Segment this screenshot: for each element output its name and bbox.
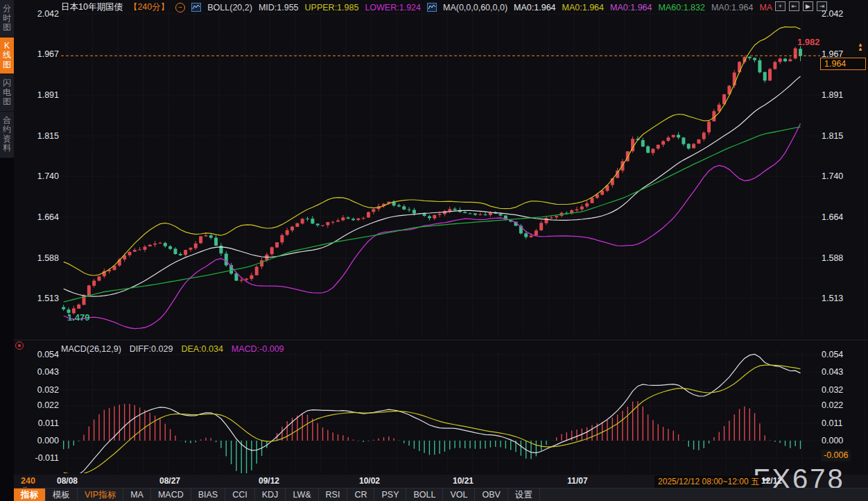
kline-trading-app: 日本10年期国债【240分】−BOLL(20,2)MID:1.955UPPER:… — [0, 0, 868, 501]
ma5-value: MA0:1.964 — [711, 3, 753, 12]
axis-tick-label: 0.000 — [21, 435, 59, 446]
boll-lower-value: LOWER:1.924 — [365, 3, 421, 12]
session-high-label: 1.982 — [797, 37, 820, 47]
sidebar-tab-kline-chart[interactable]: K线图 — [0, 37, 14, 75]
x-axis-date-label: 10/02 — [349, 476, 390, 486]
toolbar-item-boll[interactable]: BOLL — [406, 489, 443, 501]
ma2-value: MA0:1.964 — [562, 3, 604, 12]
axis-tick-label: 0.054 — [21, 349, 59, 360]
axis-tick-label: 1.588 — [21, 253, 59, 264]
axis-tick-label: 0.022 — [21, 400, 59, 411]
axis-tick-label: 0.043 — [822, 366, 865, 377]
toolbar-item-kdj[interactable]: KDJ — [255, 489, 286, 501]
macd-diff-value: DIFF:0.029 — [130, 344, 173, 354]
chart-window-icons: +⇤▶⇥ — [775, 1, 827, 11]
scale-left-icon[interactable]: ⇤ — [789, 1, 799, 11]
axis-tick-label: 0.032 — [822, 384, 865, 396]
indicator-target-icon[interactable] — [15, 341, 24, 350]
x-axis-date-label: 10/21 — [442, 476, 484, 486]
axis-tick-label: 2.042 — [21, 8, 59, 19]
sidebar-tab-list: 分时图K线图闪电图合约资料 — [0, 0, 14, 158]
axis-tick-label: 1.815 — [822, 130, 865, 142]
sidebar-tab-time-chart[interactable]: 分时图 — [0, 0, 14, 37]
axis-tick-label: 1.664 — [822, 212, 865, 223]
x-axis-date-label: 08/27 — [149, 476, 191, 486]
toolbar-item-template[interactable]: 模板 — [46, 489, 78, 501]
axis-tick-label: 1.815 — [21, 130, 59, 142]
toolbar-item-indicator[interactable]: 指标 — [14, 489, 46, 501]
axis-tick-label: 1.664 — [21, 212, 59, 223]
macd-current-value-tag: -0.006 — [821, 450, 851, 461]
ma60-value: MA60:1.832 — [659, 3, 705, 12]
axis-tick-label: 0.022 — [822, 400, 865, 411]
macd-params-label: MACD(26,12,9) — [61, 344, 121, 354]
session-low-label: 1.479 — [67, 312, 90, 323]
toolbar-item-obv[interactable]: OBV — [475, 489, 507, 501]
toolbar-item-ma[interactable]: MA — [123, 489, 151, 501]
macd-dea-value: DEA:0.034 — [181, 344, 223, 354]
ma3-value: MA0:1.964 — [610, 3, 652, 12]
axis-tick-label: 0.032 — [21, 384, 59, 396]
ma-label: MA(0,0,0,60,0,0) — [443, 3, 507, 12]
axis-tick-label: 0.054 — [822, 349, 865, 360]
toolbar-item-settings[interactable]: 设置 — [508, 489, 540, 501]
x-axis-date-label: 11/07 — [557, 476, 598, 486]
axis-tick-label: -0.011 — [21, 452, 59, 464]
session-range-label: 2025/12/12 08:00~12:00 五 — [654, 475, 763, 488]
collapse-icon[interactable]: − — [175, 3, 185, 12]
axis-tick-label: 0.011 — [822, 418, 865, 429]
crosshair-tool-icon[interactable]: + — [775, 1, 785, 11]
left-sidebar: 分时图K线图闪电图合约资料 — [0, 0, 14, 501]
latest-price-arrow-icon[interactable]: ▲▲ — [858, 43, 863, 51]
axis-tick-label: 1.513 — [822, 293, 865, 304]
axis-tick-label: 1.740 — [822, 171, 865, 182]
toolbar-item-lwr[interactable]: LW& — [286, 489, 318, 501]
toolbar-item-vip-indicator[interactable]: VIP指标 — [78, 489, 123, 501]
axis-tick-label: 0.000 — [822, 435, 865, 446]
axis-tick-label: 1.891 — [21, 90, 59, 101]
toolbar-item-psy[interactable]: PSY — [374, 489, 406, 501]
boll-chart-icon[interactable] — [191, 3, 201, 12]
ma1-value: MA0:1.964 — [514, 3, 555, 12]
period-label: 【240分】 — [129, 1, 169, 13]
toolbar-item-macd[interactable]: MACD — [151, 489, 191, 501]
macd-label-row: MACD(26,12,9) DIFF:0.029 DEA:0.034 MACD:… — [61, 344, 284, 354]
macd-macd-value: MACD:-0.009 — [232, 344, 284, 354]
current-price-tag: 1.964 — [820, 58, 866, 70]
axis-tick-label: 1.588 — [822, 253, 865, 264]
axis-tick-label: 0.043 — [21, 366, 59, 377]
boll-label: BOLL(20,2) — [207, 3, 252, 12]
axis-tick-label: 1.891 — [822, 90, 865, 101]
candlestick-chart-canvas[interactable] — [0, 0, 868, 501]
instrument-name: 日本10年期国债 — [61, 1, 123, 13]
axis-tick-label: 1.967 — [21, 49, 59, 60]
toolbar-item-bias[interactable]: BIAS — [191, 489, 226, 501]
boll-mid-value: MID:1.955 — [259, 3, 299, 12]
toolbar-item-rsi[interactable]: RSI — [319, 489, 348, 501]
x-axis-date-label: 08/08 — [46, 476, 88, 486]
play-forward-icon[interactable]: ▶ — [803, 1, 813, 11]
toolbar-item-cr[interactable]: CR — [347, 489, 374, 501]
indicator-toolbar: 指标模板VIP指标MAMACDBIASCCIKDJLW&RSICRPSYBOLL… — [14, 488, 868, 501]
toolbar-item-cci[interactable]: CCI — [225, 489, 255, 501]
axis-tick-label: 0.011 — [21, 418, 59, 429]
x-axis-date-label: 12/12 — [751, 476, 792, 486]
boll-upper-value: UPPER:1.985 — [305, 3, 359, 12]
axis-tick-label: 2.042 — [822, 8, 865, 19]
ma-chart-icon[interactable] — [427, 3, 437, 12]
x-axis-date-label: 09/12 — [248, 476, 290, 486]
toolbar-item-vol[interactable]: VOL — [443, 489, 475, 501]
axis-tick-label: 1.513 — [21, 293, 59, 304]
chart-title-bar: 日本10年期国债【240分】−BOLL(20,2)MID:1.955UPPER:… — [61, 1, 772, 13]
sidebar-tab-flash-chart[interactable]: 闪电图 — [0, 74, 14, 112]
axis-tick-label: 1.740 — [21, 171, 59, 182]
sidebar-tab-contract-info[interactable]: 合约资料 — [0, 112, 14, 158]
ma6-value: MA — [759, 3, 772, 12]
